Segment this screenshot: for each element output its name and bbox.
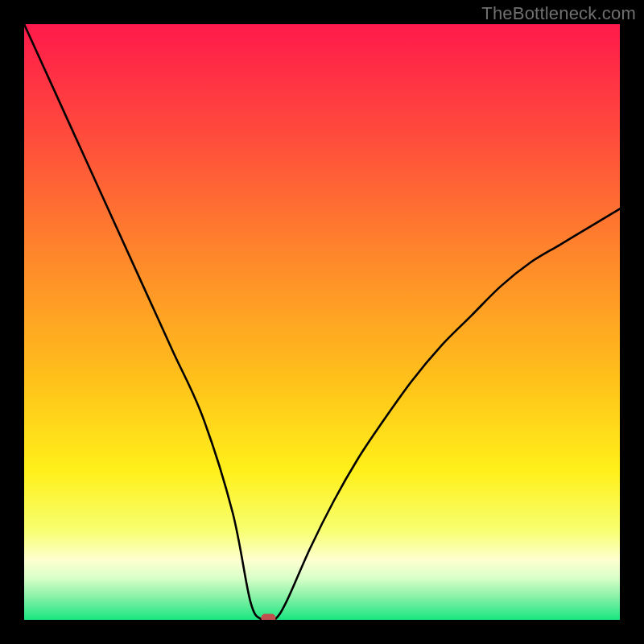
optimum-marker-icon <box>261 614 275 621</box>
watermark-text: TheBottleneck.com <box>481 3 636 24</box>
gradient-background <box>24 24 620 620</box>
plot-area <box>24 24 620 620</box>
chart-frame: TheBottleneck.com <box>0 0 644 644</box>
chart-svg <box>24 24 620 620</box>
